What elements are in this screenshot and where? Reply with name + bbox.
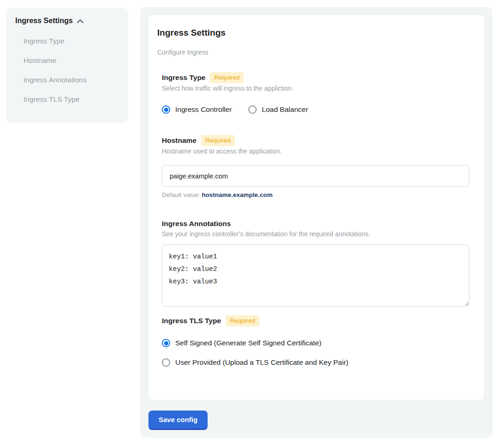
settings-sidebar: Ingress Settings Ingress Type Hostname I… (6, 8, 128, 123)
ingress-type-options: Ingress Controller Load Balancer (162, 104, 469, 115)
ingress-tls-type-label: Ingress TLS Type (162, 316, 221, 326)
sidebar-nav: Ingress Type Hostname Ingress Annotation… (24, 37, 119, 104)
page-title: Ingress Settings (157, 27, 469, 38)
ingress-type-description: Select how traffic will ingress to the a… (162, 84, 469, 92)
sidebar-item-hostname[interactable]: Hostname (24, 56, 119, 65)
save-config-button[interactable]: Save config (148, 411, 208, 430)
ingress-annotations-description: See your ingress controller's documentat… (162, 230, 469, 238)
ingress-type-label: Ingress Type (162, 73, 205, 83)
radio-selected-icon (162, 339, 170, 347)
radio-unselected-icon (162, 358, 170, 367)
radio-label: Ingress Controller (175, 104, 232, 115)
required-badge: Required (226, 315, 259, 326)
settings-panel: Ingress Settings Configure Ingress Ingre… (140, 7, 492, 438)
radio-load-balancer[interactable]: Load Balancer (248, 104, 308, 115)
default-value-text: hostname.example.com (202, 191, 272, 198)
hostname-label: Hostname (162, 135, 197, 146)
hostname-default-line: Default value: hostname.example.com (162, 191, 469, 199)
radio-self-signed[interactable]: Self Signed (Generate Self Signed Certif… (162, 338, 469, 348)
radio-label: User Provided (Upload a TLS Certificate … (175, 357, 348, 368)
sidebar-item-ingress-type[interactable]: Ingress Type (24, 37, 119, 46)
page-subtitle: Configure Ingress (157, 48, 469, 56)
radio-ingress-controller[interactable]: Ingress Controller (162, 104, 232, 115)
hostname-description: Hostname used to access the application. (162, 147, 469, 155)
radio-label: Self Signed (Generate Self Signed Certif… (175, 338, 321, 348)
section-hostname: Hostname Required Hostname used to acces… (162, 135, 469, 199)
section-ingress-type: Ingress Type Required Select how traffic… (162, 72, 469, 115)
required-badge: Required (210, 72, 244, 83)
radio-selected-icon (162, 105, 170, 114)
ingress-annotations-textarea[interactable]: key1: value1 key2: value2 key3: value3 (162, 245, 469, 307)
section-ingress-annotations: Ingress Annotations See your ingress con… (162, 219, 469, 307)
sidebar-section-toggle[interactable]: Ingress Settings (15, 16, 119, 25)
hostname-input[interactable] (162, 165, 469, 187)
sidebar-item-ingress-tls-type[interactable]: Ingress TLS Type (24, 95, 119, 104)
ingress-settings-card: Ingress Settings Configure Ingress Ingre… (148, 15, 484, 400)
required-badge: Required (201, 135, 235, 146)
chevron-up-icon (77, 19, 84, 24)
section-ingress-tls-type: Ingress TLS Type Required Self Signed (G… (162, 315, 469, 368)
default-value-label: Default value: (162, 191, 200, 198)
radio-user-provided[interactable]: User Provided (Upload a TLS Certificate … (162, 357, 469, 368)
sidebar-section-title: Ingress Settings (15, 16, 73, 25)
radio-unselected-icon (248, 105, 257, 114)
ingress-annotations-label: Ingress Annotations (162, 219, 231, 229)
radio-label: Load Balancer (262, 104, 308, 115)
ingress-tls-options: Self Signed (Generate Self Signed Certif… (162, 338, 469, 368)
sidebar-item-ingress-annotations[interactable]: Ingress Annotations (24, 75, 119, 85)
